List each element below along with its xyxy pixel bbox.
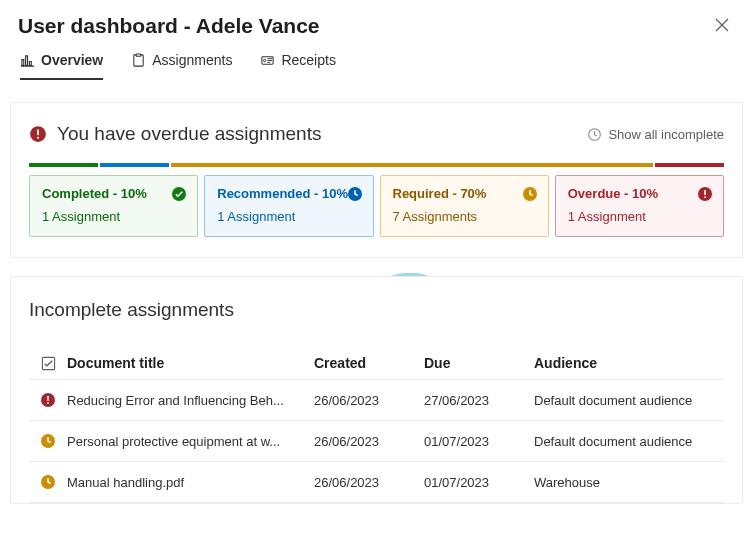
show-all-label: Show all incomplete — [608, 127, 724, 142]
row-audience: Default document audience — [534, 393, 724, 408]
card-subtitle: 7 Assignments — [393, 209, 536, 224]
assignments-icon — [131, 53, 146, 68]
status-card-recommended[interactable]: Recommended - 10%1 Assignment — [204, 175, 373, 237]
svg-point-3 — [264, 59, 266, 61]
checkbox-icon — [41, 356, 56, 371]
row-title: Manual handling.pdf — [67, 475, 314, 490]
row-created: 26/06/2023 — [314, 475, 424, 490]
receipts-icon — [260, 53, 275, 68]
tab-label: Assignments — [152, 52, 232, 68]
status-card-required[interactable]: Required - 70%7 Assignments — [380, 175, 549, 237]
tab-bar: Overview Assignments Receipts — [0, 38, 753, 80]
table-body: Reducing Error and Influencing Beh...26/… — [29, 380, 724, 503]
row-due: 01/07/2023 — [424, 475, 534, 490]
row-title: Reducing Error and Influencing Beh... — [67, 393, 314, 408]
tab-receipts[interactable]: Receipts — [260, 52, 335, 80]
row-audience: Warehouse — [534, 475, 724, 490]
row-title: Personal protective equipment at w... — [67, 434, 314, 449]
card-title: Overdue - 10% — [568, 186, 711, 201]
progress-segment — [100, 163, 169, 167]
col-due[interactable]: Due — [424, 355, 534, 371]
progress-segment — [655, 163, 724, 167]
tab-label: Overview — [41, 52, 103, 68]
col-created[interactable]: Created — [314, 355, 424, 371]
tab-assignments[interactable]: Assignments — [131, 52, 232, 80]
svg-rect-5 — [37, 130, 39, 136]
header: User dashboard - Adele Vance — [0, 0, 753, 38]
select-all-checkbox[interactable] — [29, 356, 67, 371]
svg-rect-13 — [704, 196, 706, 198]
row-created: 26/06/2023 — [314, 393, 424, 408]
row-status-icon — [29, 433, 67, 449]
close-icon — [715, 18, 729, 32]
col-document-title[interactable]: Document title — [67, 355, 314, 371]
row-created: 26/06/2023 — [314, 434, 424, 449]
svg-rect-12 — [704, 190, 706, 195]
table-row[interactable]: Reducing Error and Influencing Beh...26/… — [29, 380, 724, 421]
clock-icon — [587, 127, 602, 142]
col-audience[interactable]: Audience — [534, 355, 724, 371]
alert-circle-icon — [29, 125, 47, 143]
section-title: Incomplete assignments — [29, 299, 724, 321]
card-subtitle: 1 Assignment — [568, 209, 711, 224]
table-row[interactable]: Manual handling.pdf26/06/202301/07/2023W… — [29, 462, 724, 503]
close-button[interactable] — [711, 14, 733, 36]
svg-rect-6 — [37, 137, 39, 139]
progress-segment — [171, 163, 653, 167]
svg-rect-17 — [47, 402, 49, 404]
row-audience: Default document audience — [534, 434, 724, 449]
svg-rect-16 — [47, 396, 49, 401]
row-status-icon — [29, 392, 67, 408]
incomplete-section: Incomplete assignments Document title Cr… — [10, 276, 743, 504]
status-card-completed[interactable]: Completed - 10%1 Assignment — [29, 175, 198, 237]
status-card-overdue[interactable]: Overdue - 10%1 Assignment — [555, 175, 724, 237]
alert-message: You have overdue assignments — [57, 123, 321, 145]
row-due: 27/06/2023 — [424, 393, 534, 408]
alert-row: You have overdue assignments — [29, 123, 321, 145]
card-subtitle: 1 Assignment — [217, 209, 360, 224]
tab-label: Receipts — [281, 52, 335, 68]
row-status-icon — [29, 474, 67, 490]
table-row[interactable]: Personal protective equipment at w...26/… — [29, 421, 724, 462]
alert-circle-icon — [697, 186, 713, 205]
clock-icon — [522, 186, 538, 205]
status-panel: You have overdue assignments Show all in… — [10, 102, 743, 258]
overview-icon — [20, 53, 35, 68]
page-title: User dashboard - Adele Vance — [18, 14, 320, 38]
card-title: Required - 70% — [393, 186, 536, 201]
clock-icon — [347, 186, 363, 205]
card-title: Recommended - 10% — [217, 186, 360, 201]
tab-overview[interactable]: Overview — [20, 52, 103, 80]
progress-segment — [29, 163, 98, 167]
progress-bar — [29, 163, 724, 167]
status-cards: Completed - 10%1 AssignmentRecommended -… — [29, 175, 724, 237]
panel-header: You have overdue assignments Show all in… — [29, 123, 724, 145]
row-due: 01/07/2023 — [424, 434, 534, 449]
card-title: Completed - 10% — [42, 186, 185, 201]
check-circle-icon — [171, 186, 187, 205]
card-subtitle: 1 Assignment — [42, 209, 185, 224]
table-header: Document title Created Due Audience — [29, 347, 724, 380]
show-all-incomplete-link[interactable]: Show all incomplete — [587, 127, 724, 142]
svg-rect-1 — [136, 53, 141, 55]
